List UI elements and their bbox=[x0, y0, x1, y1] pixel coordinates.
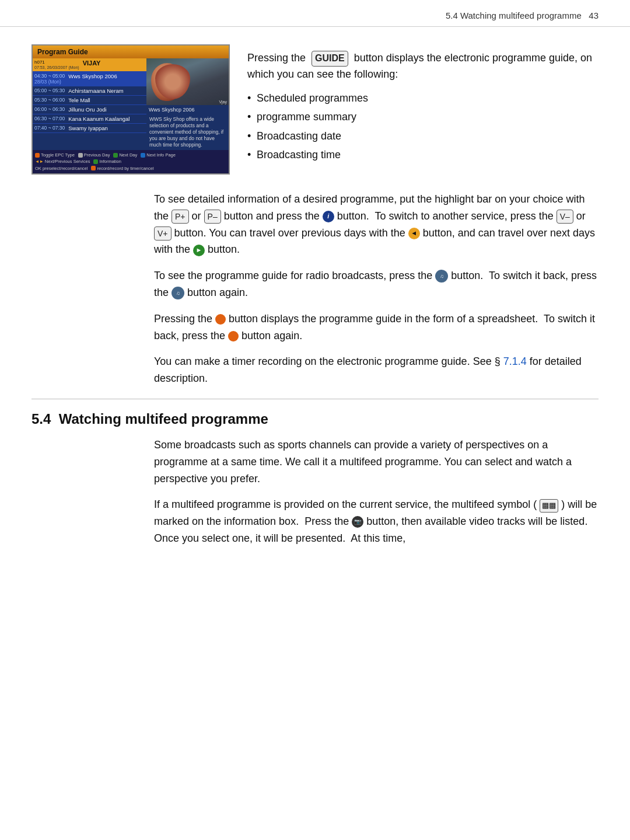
guide-badge: GUIDE bbox=[312, 51, 348, 67]
program-title-2: Wws Skyshop 2006 bbox=[66, 72, 146, 86]
section-para-1: Some broadcasts such as sports channels … bbox=[154, 437, 598, 487]
v-minus-badge: V– bbox=[556, 210, 573, 224]
header-page-number: 43 bbox=[589, 11, 598, 20]
footer-row-1: Toggle EPC Type Previous Day Next Day Ne… bbox=[35, 152, 226, 158]
epg-list-item-3: Broadcasting date bbox=[247, 127, 598, 145]
section-number: 5.4 bbox=[32, 411, 51, 427]
epg-description: Pressing the GUIDE button displays the e… bbox=[247, 44, 598, 175]
epg-list-item-2: programme summary bbox=[247, 107, 598, 126]
prev-day-button-icon: ◄ bbox=[408, 228, 420, 239]
program-preview-thumbnail: Vjay bbox=[146, 58, 229, 105]
footer-toggle-epg: Toggle EPC Type bbox=[35, 152, 75, 158]
program-row-2: 04:30 ~ 05:0028/03 (Mon) Wws Skyshop 200… bbox=[33, 72, 146, 86]
footer-record-timer: record/record by timer/cancel bbox=[91, 165, 153, 172]
footer-next-info: Next Info Page bbox=[141, 152, 176, 158]
next-day-button-icon: ► bbox=[193, 245, 205, 256]
v-plus-badge: V+ bbox=[154, 226, 172, 241]
program-preview-col: Vjay Wws Skyshcp 2006 WWS Sky Shop offer… bbox=[146, 58, 229, 150]
program-title-4: Tele Mall bbox=[66, 96, 146, 104]
program-row-5: 06:00 ~ 06:30 Jillunu Oru Jodi bbox=[33, 105, 146, 114]
body-para-1: To see detailed information of a desired… bbox=[154, 191, 598, 258]
preview-channel-name: Wws Skyshcp 2006 bbox=[149, 107, 195, 113]
section-para-2: If a multifeed programme is provided on … bbox=[154, 496, 598, 546]
section-divider bbox=[32, 399, 598, 399]
footer-row-2: ◄► Next/Previous Services Information bbox=[35, 158, 226, 165]
program-row-7: 07:40 ~ 07:30 Swamy Iyappan bbox=[33, 124, 146, 133]
multifeed-symbol: ▩▩ bbox=[540, 499, 558, 513]
program-guide-header: Program Guide bbox=[33, 46, 229, 58]
program-desc-box: WWS Sky Shop offers a wide selection of … bbox=[146, 114, 229, 150]
radio-button-icon: ♫ bbox=[435, 270, 448, 283]
body-para-2: To see the programme guide for radio bro… bbox=[154, 267, 598, 301]
info-button-icon: i bbox=[323, 211, 334, 222]
epg-feature-list: Scheduled programmes programme summary B… bbox=[247, 89, 598, 165]
body-para-4: You can make a timer recording on the el… bbox=[154, 353, 598, 387]
footer-row-3: OK preselect/record/cancel record/record… bbox=[35, 165, 226, 172]
program-time-2: 04:30 ~ 05:0028/03 (Mon) bbox=[33, 72, 66, 86]
program-row-3: 05:00 ~ 05:30 Achirstamaana Neram bbox=[33, 86, 146, 96]
guide-badge-label: GUIDE bbox=[315, 53, 345, 63]
program-channel-col: h07107:53, 26/03/2007 (Mon) VIJAY 04:30 … bbox=[33, 58, 146, 150]
epg-list-item-4: Broadcasting time bbox=[247, 145, 598, 164]
section-body: Some broadcasts such as sports channels … bbox=[154, 437, 598, 547]
program-time-3: 05:00 ~ 05:30 bbox=[33, 86, 66, 95]
program-description: WWS Sky Shop offers a wide selection of … bbox=[149, 116, 223, 148]
bullet-summary: programme summary bbox=[257, 111, 356, 123]
program-time-4: 05:30 ~ 06:00 bbox=[33, 96, 66, 104]
program-time-7: 07:40 ~ 07:30 bbox=[33, 124, 66, 133]
section-para-1-text: Some broadcasts such as sports channels … bbox=[154, 439, 572, 485]
orange-button-icon bbox=[215, 314, 226, 325]
epg-list-item-1: Scheduled programmes bbox=[247, 89, 598, 107]
program-title-vijay: VIJAY bbox=[81, 58, 146, 71]
program-row-6: 06:30 ~ 07:00 Kana Kaanum Kaalangal bbox=[33, 114, 146, 124]
program-time-vijay: h07107:53, 26/03/2007 (Mon) bbox=[33, 58, 81, 71]
p-plus-badge: P+ bbox=[172, 210, 189, 224]
camera-button-icon: 📷 bbox=[352, 516, 363, 528]
bullet-date: Broadcasting date bbox=[257, 130, 341, 142]
program-preview-label: Wws Skyshcp 2006 bbox=[146, 105, 229, 114]
page-header: 5.4 Watching multifeed programme 43 bbox=[0, 0, 630, 27]
bullet-scheduled: Scheduled programmes bbox=[257, 92, 368, 104]
header-text: 5.4 Watching multifeed programme 43 bbox=[446, 11, 598, 20]
program-title-7: Swamy Iyappan bbox=[66, 124, 146, 133]
footer-next-day: Next Day bbox=[113, 152, 137, 158]
orange-button-icon-2 bbox=[228, 331, 239, 341]
page-content: Program Guide h07107:53, 26/03/2007 (Mon… bbox=[0, 27, 630, 582]
epg-section: Program Guide h07107:53, 26/03/2007 (Mon… bbox=[32, 44, 598, 175]
program-guide-footer: Toggle EPC Type Previous Day Next Day Ne… bbox=[33, 150, 229, 173]
program-guide-body: h07107:53, 26/03/2007 (Mon) VIJAY 04:30 … bbox=[33, 58, 229, 150]
program-time-5: 06:00 ~ 06:30 bbox=[33, 105, 66, 114]
header-section-title: 5.4 Watching multifeed programme bbox=[446, 11, 582, 20]
program-row-vijay: h07107:53, 26/03/2007 (Mon) VIJAY bbox=[33, 58, 146, 72]
program-guide-title: Program Guide bbox=[37, 48, 88, 56]
radio-button-icon-2: ♫ bbox=[172, 287, 184, 299]
program-row-4: 05:30 ~ 06:00 Tele Mall bbox=[33, 96, 146, 105]
footer-nav-services: ◄► Next/Previous Services bbox=[35, 158, 90, 165]
program-time-6: 06:30 ~ 07:00 bbox=[33, 114, 66, 123]
p-minus-badge: P– bbox=[204, 210, 221, 224]
bullet-time: Broadcasting time bbox=[257, 149, 341, 161]
section-link[interactable]: 7.1.4 bbox=[503, 355, 527, 367]
footer-prev-day: Previous Day bbox=[78, 152, 110, 158]
section-heading: 5.4 Watching multifeed programme bbox=[32, 411, 598, 427]
program-title-6: Kana Kaanum Kaalangal bbox=[66, 114, 146, 123]
epg-intro-prefix: Pressing the bbox=[247, 52, 306, 64]
footer-ok: OK preselect/record/cancel bbox=[35, 165, 88, 172]
epg-intro-text: Pressing the GUIDE button displays the e… bbox=[247, 50, 598, 83]
body-para-3: Pressing the button displays the program… bbox=[154, 311, 598, 344]
body-text-area: To see detailed information of a desired… bbox=[154, 191, 598, 387]
footer-information: Information bbox=[93, 158, 121, 165]
program-title-5: Jillunu Oru Jodi bbox=[66, 105, 146, 114]
program-title-3: Achirstamaana Neram bbox=[66, 86, 146, 95]
program-guide-image: Program Guide h07107:53, 26/03/2007 (Mon… bbox=[32, 44, 230, 175]
section-title: Watching multifeed programme bbox=[59, 411, 268, 427]
